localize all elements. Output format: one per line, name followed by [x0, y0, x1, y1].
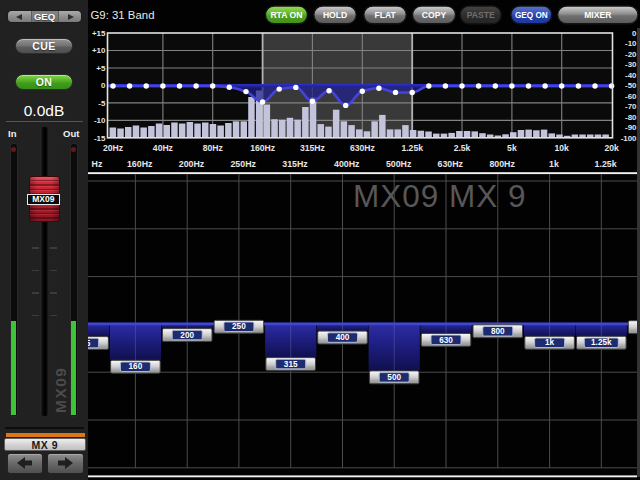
svg-text:-10: -10 — [94, 116, 106, 125]
svg-text:GEQ ON: GEQ ON — [515, 11, 548, 20]
svg-text:400Hz: 400Hz — [334, 159, 360, 169]
svg-text:200: 200 — [180, 331, 194, 340]
svg-text:800Hz: 800Hz — [489, 159, 515, 169]
svg-text:G9: 31 Band: G9: 31 Band — [91, 9, 155, 21]
svg-text:+15: +15 — [92, 29, 106, 38]
svg-text:MX09: MX09 — [353, 178, 439, 214]
svg-text:630Hz: 630Hz — [350, 143, 375, 153]
svg-text:160Hz: 160Hz — [250, 143, 275, 153]
svg-text:2.5k: 2.5k — [454, 143, 471, 153]
svg-text:-20: -20 — [625, 50, 637, 59]
svg-text:1.25k: 1.25k — [595, 159, 617, 169]
svg-text:-90: -90 — [625, 123, 637, 132]
svg-text:80Hz: 80Hz — [203, 143, 223, 153]
svg-text:Hz: Hz — [92, 159, 103, 169]
svg-text:1.25k: 1.25k — [401, 143, 423, 153]
svg-text:630: 630 — [439, 336, 453, 345]
svg-text:315Hz: 315Hz — [300, 143, 325, 153]
svg-text:500: 500 — [387, 373, 401, 382]
svg-text:800: 800 — [491, 327, 505, 336]
svg-text:-15: -15 — [94, 134, 106, 143]
svg-text:COPY: COPY — [422, 10, 447, 20]
svg-text:1.25k: 1.25k — [591, 338, 612, 347]
svg-text:MX 9: MX 9 — [449, 178, 527, 214]
svg-text:FLAT: FLAT — [374, 10, 396, 20]
svg-text:20Hz: 20Hz — [103, 143, 123, 153]
svg-text:MIXER: MIXER — [584, 10, 612, 20]
svg-text:20k: 20k — [604, 143, 619, 153]
svg-text:-50: -50 — [625, 81, 637, 90]
svg-text:500Hz: 500Hz — [386, 159, 412, 169]
svg-text:-80: -80 — [625, 113, 637, 122]
svg-text:40Hz: 40Hz — [153, 143, 173, 153]
svg-text:-10: -10 — [625, 39, 637, 48]
svg-text:PASTE: PASTE — [467, 10, 495, 20]
svg-text:400: 400 — [336, 333, 350, 342]
svg-text:315: 315 — [284, 360, 298, 369]
svg-text:-60: -60 — [625, 92, 637, 101]
svg-text:0: 0 — [632, 29, 637, 38]
svg-text:RTA ON: RTA ON — [270, 10, 302, 20]
svg-text:-100: -100 — [621, 134, 637, 143]
svg-text:-70: -70 — [625, 102, 637, 111]
svg-text:+5: +5 — [96, 64, 106, 73]
svg-text:250Hz: 250Hz — [230, 159, 256, 169]
svg-text:5k: 5k — [507, 143, 517, 153]
svg-text:1k: 1k — [545, 338, 555, 347]
svg-text:250: 250 — [232, 322, 246, 331]
svg-text:1k: 1k — [549, 159, 559, 169]
svg-text:160: 160 — [129, 362, 143, 371]
svg-text:630Hz: 630Hz — [438, 159, 464, 169]
svg-text:200Hz: 200Hz — [179, 159, 205, 169]
svg-text:-30: -30 — [625, 60, 637, 69]
svg-text:160Hz: 160Hz — [127, 159, 153, 169]
svg-text:0: 0 — [101, 81, 106, 90]
svg-text:315Hz: 315Hz — [282, 159, 308, 169]
svg-text:+10: +10 — [92, 46, 106, 55]
svg-text:HOLD: HOLD — [323, 10, 347, 20]
svg-text:-5: -5 — [98, 99, 106, 108]
svg-text:10k: 10k — [555, 143, 570, 153]
svg-text:-40: -40 — [625, 71, 637, 80]
